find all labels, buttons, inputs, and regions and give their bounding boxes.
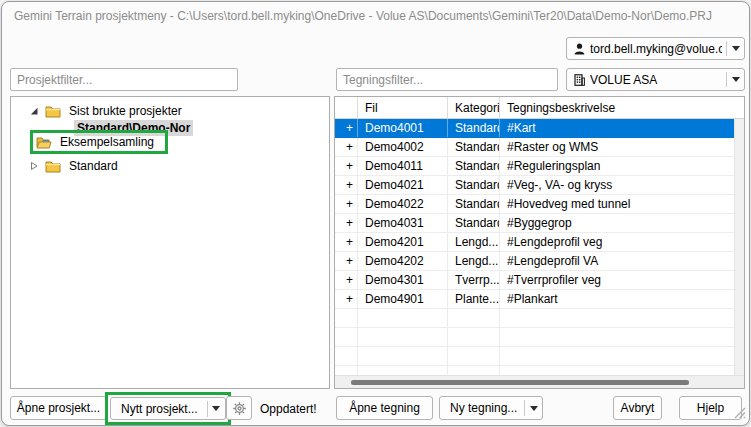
column-header-kategori[interactable]: Kategori xyxy=(448,97,500,118)
cell-empty xyxy=(335,309,358,327)
new-drawing-label: Ny tegning... xyxy=(450,401,524,415)
drawings-table: Fil Kategori Tegningsbeskrivelse +Demo40… xyxy=(334,96,745,389)
horizontal-scrollbar-thumb[interactable] xyxy=(351,380,689,385)
user-account-dropdown[interactable]: tord.bell.myking@volue.co xyxy=(566,37,745,60)
table-row[interactable]: +Demo4002Standard#Raster og WMS xyxy=(335,138,744,157)
building-icon xyxy=(574,74,585,86)
cell-empty xyxy=(358,366,448,375)
cell-beskrivelse: #Byggegrop xyxy=(500,214,744,232)
organization-dropdown[interactable]: VOLUE ASA xyxy=(566,68,745,91)
chevron-down-icon[interactable] xyxy=(727,38,744,59)
row-expander[interactable]: + xyxy=(335,119,358,137)
cell-fil: Demo4901 xyxy=(358,290,448,308)
row-expander[interactable]: + xyxy=(335,233,358,251)
table-row[interactable]: +Demo4021Standard#Veg-, VA- og kryss xyxy=(335,176,744,195)
cell-beskrivelse: #Plankart xyxy=(500,290,744,308)
chevron-down-icon[interactable] xyxy=(208,398,225,419)
cell-fil: Demo4202 xyxy=(358,252,448,270)
table-header: Fil Kategori Tegningsbeskrivelse xyxy=(335,97,744,119)
row-expander[interactable]: + xyxy=(335,176,358,194)
cell-empty xyxy=(358,328,448,346)
row-expander[interactable]: + xyxy=(335,195,358,213)
tree-item-label: Eksempelsamling xyxy=(57,134,157,150)
tree-item-standard[interactable]: Standard xyxy=(29,157,121,175)
table-row[interactable]: +Demo4901Plante...#Plankart xyxy=(335,290,744,309)
person-icon xyxy=(574,43,585,55)
cell-fil: Demo4001 xyxy=(358,119,448,137)
settings-button[interactable] xyxy=(226,396,252,420)
tree-item-recent-projects[interactable]: Sist brukte prosjekter xyxy=(29,102,185,120)
row-expander[interactable]: + xyxy=(335,214,358,232)
cell-beskrivelse: #Veg-, VA- og kryss xyxy=(500,176,744,194)
table-row[interactable]: +Demo4301Tverrp...#Tverrprofiler veg xyxy=(335,271,744,290)
tree-item-eksempelsamling[interactable]: Eksempelsamling xyxy=(30,133,168,151)
drawing-filter-input[interactable] xyxy=(336,68,558,91)
cell-empty xyxy=(448,328,500,346)
cell-kategori: Standard xyxy=(448,195,500,213)
cell-kategori: Standard xyxy=(448,214,500,232)
open-project-button[interactable]: Åpne prosjekt... xyxy=(10,396,107,420)
cancel-button[interactable]: Avbryt xyxy=(613,396,662,420)
cell-empty xyxy=(500,309,744,327)
cell-fil: Demo4031 xyxy=(358,214,448,232)
project-filter-input[interactable] xyxy=(10,68,238,91)
cell-beskrivelse: #Raster og WMS xyxy=(500,138,744,156)
table-row-empty xyxy=(335,347,744,366)
resize-grip-icon[interactable] xyxy=(733,406,746,422)
tree-item-label: Standard xyxy=(66,158,121,174)
cell-beskrivelse: #Kart xyxy=(500,119,744,137)
gear-icon xyxy=(232,401,247,416)
cell-empty xyxy=(448,309,500,327)
cell-empty xyxy=(448,347,500,365)
new-drawing-split-button[interactable]: Ny tegning... xyxy=(439,396,543,420)
folder-closed-icon xyxy=(45,160,61,173)
cell-fil: Demo4002 xyxy=(358,138,448,156)
cell-kategori: Standard xyxy=(448,138,500,156)
table-row[interactable]: +Demo4022Standard#Hovedveg med tunnel xyxy=(335,195,744,214)
cell-empty xyxy=(500,347,744,365)
cell-empty xyxy=(335,328,358,346)
cell-kategori: Standard xyxy=(448,176,500,194)
cell-beskrivelse: #Lengdeprofil veg xyxy=(500,233,744,251)
cell-empty xyxy=(335,366,358,375)
open-drawing-button[interactable]: Åpne tegning xyxy=(336,396,433,420)
column-header-tegningsbeskrivelse[interactable]: Tegningsbeskrivelse xyxy=(500,97,744,118)
cell-kategori: Lengd... xyxy=(448,233,500,251)
cell-empty xyxy=(358,347,448,365)
cell-beskrivelse: #Hovedveg med tunnel xyxy=(500,195,744,213)
table-row[interactable]: +Demo4011Standard#Reguleringsplan xyxy=(335,157,744,176)
project-menu-dialog: Gemini Terrain prosjektmeny - C:\Users\t… xyxy=(1,1,750,426)
row-expander[interactable]: + xyxy=(335,252,358,270)
column-header-expand[interactable] xyxy=(335,97,358,118)
folder-open-icon xyxy=(36,136,52,149)
table-row[interactable]: +Demo4001Standard#Kart xyxy=(335,119,744,138)
table-row[interactable]: +Demo4031Standard#Byggegrop xyxy=(335,214,744,233)
cell-beskrivelse: #Lengdeprofil VA xyxy=(500,252,744,270)
cell-kategori: Tverrp... xyxy=(448,271,500,289)
tree-item-label: Sist brukte prosjekter xyxy=(66,103,185,119)
chevron-down-icon[interactable] xyxy=(525,397,542,419)
vertical-scrollbar[interactable] xyxy=(734,119,744,375)
table-row[interactable]: +Demo4202Lengd...#Lengdeprofil VA xyxy=(335,252,744,271)
row-expander[interactable]: + xyxy=(335,138,358,156)
row-expander[interactable]: + xyxy=(335,271,358,289)
cell-fil: Demo4011 xyxy=(358,157,448,175)
triangle-collapsed-icon[interactable] xyxy=(29,161,39,171)
triangle-expanded-icon[interactable] xyxy=(29,106,39,116)
user-email-label: tord.bell.myking@volue.co xyxy=(590,42,722,56)
column-header-fil[interactable]: Fil xyxy=(358,97,448,118)
row-expander[interactable]: + xyxy=(335,157,358,175)
cell-beskrivelse: #Tverrprofiler veg xyxy=(500,271,744,289)
cell-fil: Demo4022 xyxy=(358,195,448,213)
project-tree: Sist brukte prosjekter Standard\Demo-Nor… xyxy=(10,96,330,389)
row-expander[interactable]: + xyxy=(335,290,358,308)
cell-kategori: Standard xyxy=(448,157,500,175)
cell-empty xyxy=(500,366,744,375)
table-row[interactable]: +Demo4201Lengd...#Lengdeprofil veg xyxy=(335,233,744,252)
chevron-down-icon[interactable] xyxy=(727,69,744,90)
horizontal-scrollbar[interactable] xyxy=(335,375,744,388)
new-project-split-button[interactable]: Nytt prosjekt... xyxy=(110,397,226,420)
organization-label: VOLUE ASA xyxy=(590,73,722,87)
annotation-highlight-box: Nytt prosjekt... xyxy=(105,392,231,425)
table-row-empty xyxy=(335,366,744,375)
